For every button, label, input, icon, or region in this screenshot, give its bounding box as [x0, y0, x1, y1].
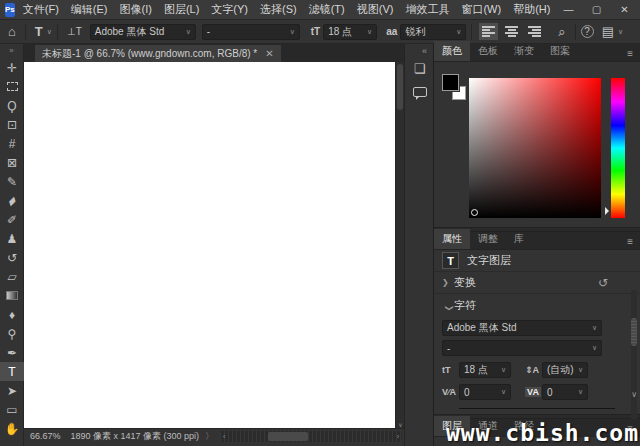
- saturation-brightness-picker[interactable]: [469, 78, 601, 218]
- font-size-select[interactable]: 18 点∨: [323, 24, 377, 40]
- close-button[interactable]: ✕: [618, 4, 630, 15]
- dock-collapse-icon[interactable]: «: [405, 44, 433, 56]
- chevron-down-icon: ∨: [182, 28, 191, 36]
- home-icon[interactable]: ⌂: [4, 24, 20, 39]
- horizontal-scrollbar[interactable]: ‹ ›: [220, 431, 402, 442]
- character-section-header[interactable]: ❮ 字符: [434, 294, 640, 316]
- search-icon[interactable]: ⌕: [554, 24, 569, 40]
- menu-edit[interactable]: 编辑(E): [71, 2, 108, 17]
- align-right-button[interactable]: [528, 26, 541, 37]
- frame-tool[interactable]: ⊠: [0, 153, 24, 172]
- tab-adjustments[interactable]: 调整: [470, 229, 506, 249]
- notes-panel-icon[interactable]: [405, 80, 434, 104]
- tool-preset-arrow-icon[interactable]: ∨: [47, 28, 52, 36]
- eraser-tool[interactable]: ▱: [0, 267, 24, 286]
- scroll-left-icon[interactable]: ‹: [220, 433, 228, 440]
- horizontal-scrollbar-thumb[interactable]: [268, 432, 308, 441]
- minimize-button[interactable]: —: [562, 4, 574, 15]
- close-document-icon[interactable]: ✕: [265, 48, 273, 59]
- reset-icon[interactable]: ↺: [598, 276, 608, 290]
- history-brush-tool[interactable]: ↺: [0, 248, 24, 267]
- font-style-select[interactable]: -∨: [202, 24, 300, 40]
- gradient-tool[interactable]: [0, 286, 24, 305]
- transform-label: 变换: [454, 275, 476, 290]
- hue-slider[interactable]: [611, 78, 625, 218]
- rectangular-marquee-tool[interactable]: [0, 77, 24, 96]
- path-selection-tool[interactable]: ➤: [0, 381, 24, 400]
- document-tab[interactable]: 未标题-1 @ 66.7% (www.gndown.com, RGB/8) * …: [35, 45, 281, 62]
- pen-tool[interactable]: ✒: [0, 343, 24, 362]
- character-leading-select[interactable]: (自动)∨: [542, 362, 588, 378]
- lasso-tool[interactable]: Ϙ: [0, 96, 24, 115]
- history-panel-icon[interactable]: ❏: [405, 56, 434, 80]
- menu-image[interactable]: 图像(I): [120, 2, 152, 17]
- menu-help[interactable]: 帮助(H): [513, 2, 550, 17]
- tab-gradients[interactable]: 渐变: [506, 41, 542, 61]
- panel-menu-icon[interactable]: ≡: [627, 48, 633, 59]
- hand-tool[interactable]: ✋: [0, 419, 24, 438]
- foreground-color-swatch[interactable]: [442, 74, 459, 91]
- type-icon: T: [8, 365, 15, 379]
- crop-tool[interactable]: #: [0, 134, 24, 153]
- eyedropper-tool[interactable]: ✎: [0, 172, 24, 191]
- move-tool[interactable]: ✛: [0, 58, 24, 77]
- menu-select[interactable]: 选择(S): [260, 2, 297, 17]
- move-icon: ✛: [7, 61, 17, 75]
- align-center-button[interactable]: [505, 26, 518, 37]
- menu-layer[interactable]: 图层(L): [164, 2, 199, 17]
- character-font-style-select[interactable]: -∨: [442, 340, 602, 356]
- text-orientation-icon[interactable]: ⊥T: [63, 26, 86, 37]
- tab-swatches[interactable]: 色板: [470, 41, 506, 61]
- vertical-scrollbar[interactable]: ∨: [395, 62, 404, 428]
- tool-preset-icon[interactable]: T: [31, 24, 47, 39]
- menu-window[interactable]: 窗口(W): [461, 2, 501, 17]
- scroll-right-icon[interactable]: ›: [394, 433, 402, 440]
- divider: [471, 24, 472, 40]
- character-tracking-select[interactable]: 0∨: [459, 384, 511, 400]
- rectangle-tool[interactable]: ▭: [0, 400, 24, 419]
- brush-tool[interactable]: ✐: [0, 210, 24, 229]
- dodge-tool[interactable]: ⚲: [0, 324, 24, 343]
- object-selection-tool[interactable]: ⊡: [0, 115, 24, 134]
- horizontal-scrollbar-track[interactable]: [228, 431, 393, 442]
- color-picker-marker[interactable]: [471, 209, 478, 216]
- vertical-scrollbar-thumb[interactable]: [397, 64, 403, 110]
- blur-icon: ♦: [9, 308, 15, 322]
- tab-color[interactable]: 颜色: [434, 41, 470, 61]
- character-kerning-select[interactable]: 0∨: [542, 384, 588, 400]
- blur-tool[interactable]: ♦: [0, 305, 24, 324]
- healing-brush-tool[interactable]: ▰: [0, 191, 24, 210]
- align-left-button[interactable]: [482, 26, 495, 37]
- menu-plugins[interactable]: 增效工具: [405, 2, 449, 17]
- menu-type[interactable]: 文字(Y): [211, 2, 248, 17]
- hue-slider-marker[interactable]: [605, 207, 613, 215]
- scroll-down-icon[interactable]: ∨: [631, 390, 637, 399]
- status-menu-arrow-icon[interactable]: 〉: [205, 430, 214, 443]
- zoom-level-field[interactable]: 66.67%: [30, 431, 61, 441]
- menu-view[interactable]: 视图(V): [357, 2, 394, 17]
- workspace-icon[interactable]: ▤: [598, 24, 618, 39]
- chevron-down-icon[interactable]: ∨: [618, 28, 623, 36]
- properties-scrollbar[interactable]: [631, 290, 637, 440]
- toolbar-collapse-icon[interactable]: »: [0, 44, 23, 58]
- anti-alias-select[interactable]: 锐利∨: [400, 24, 466, 40]
- tab-libraries[interactable]: 库: [506, 229, 532, 249]
- maximize-button[interactable]: ▢: [590, 4, 602, 15]
- tab-properties[interactable]: 属性: [434, 229, 470, 249]
- tab-patterns[interactable]: 图案: [542, 41, 578, 61]
- help-icon[interactable]: ?: [581, 25, 594, 38]
- menu-file[interactable]: 文件(F): [23, 2, 59, 17]
- clone-stamp-tool[interactable]: ♟: [0, 229, 24, 248]
- font-family-select[interactable]: Adobe 黑体 Std∨: [90, 24, 196, 40]
- properties-scrollbar-thumb[interactable]: [631, 318, 637, 346]
- character-font-family-select[interactable]: Adobe 黑体 Std∨: [442, 320, 602, 336]
- character-font-size-select[interactable]: 18 点∨: [459, 362, 511, 378]
- document-canvas[interactable]: [24, 62, 395, 428]
- transform-section-header[interactable]: ❯ 变换 ↺: [434, 272, 640, 294]
- type-tool[interactable]: T: [0, 362, 24, 381]
- menu-filter[interactable]: 滤镜(T): [309, 2, 345, 17]
- chevron-right-icon: ❯: [442, 278, 454, 287]
- panel-menu-icon[interactable]: ≡: [627, 236, 633, 247]
- layer-type-label: 文字图层: [467, 253, 511, 268]
- color-swatches: [442, 74, 468, 102]
